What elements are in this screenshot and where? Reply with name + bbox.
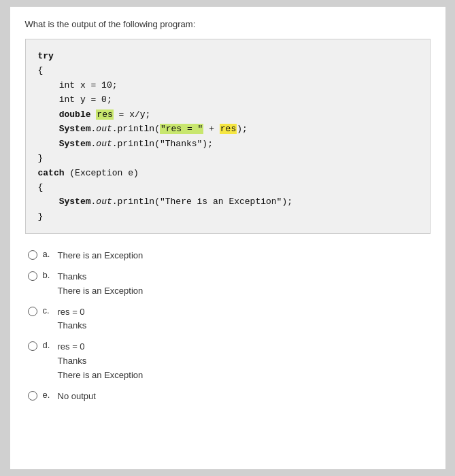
code-line-println-exception: System.out.println("There is an Exceptio… [38, 194, 418, 209]
option-c-line1: res = 0 [58, 305, 87, 320]
system-keyword: System [59, 124, 91, 134]
system-keyword-2: System [59, 139, 91, 149]
code-line-catch: catch (Exception e) [38, 166, 418, 180]
option-label-b: b. [43, 270, 52, 280]
option-label-c: c. [43, 305, 52, 316]
option-label-d: d. [43, 340, 52, 350]
radio-d[interactable] [28, 341, 37, 351]
page-container: What is the output of the following prog… [10, 7, 445, 469]
out-italic: out [96, 124, 112, 134]
code-block: try { int x = 10; int y = 0; double res … [25, 39, 431, 234]
keyword-try: try [38, 51, 54, 61]
code-line-intx: int x = 10; [38, 78, 418, 92]
code-line-close1: } [38, 151, 418, 165]
option-d-line3: There is an Exception [58, 369, 144, 383]
highlight-res-1: res [96, 109, 113, 120]
keyword-catch: catch [38, 168, 65, 178]
question-text: What is the output of the following prog… [25, 19, 431, 29]
option-e-line1: No output [58, 390, 96, 404]
radio-c[interactable] [28, 307, 37, 316]
out-italic-2: out [96, 139, 112, 149]
out-italic-3: out [96, 197, 112, 207]
option-label-e: e. [43, 390, 52, 400]
highlight-res-var: res [220, 124, 237, 134]
option-d-line1: res = 0 [58, 340, 144, 354]
code-line-println-res: System.out.println("res = " + res); [38, 122, 418, 136]
option-row-a: a. There is an Exception [28, 249, 428, 263]
option-content-a: There is an Exception [58, 249, 144, 263]
option-row-d: d. res = 0 Thanks There is an Exception [28, 340, 428, 382]
option-row-e: e. No output [28, 390, 428, 404]
code-line-close2: } [38, 209, 418, 224]
option-row-b: b. Thanks There is an Exception [28, 270, 428, 299]
radio-b[interactable] [28, 271, 37, 281]
option-b-line2: There is an Exception [58, 284, 144, 299]
option-b-line1: Thanks [58, 270, 144, 284]
option-content-d: res = 0 Thanks There is an Exception [58, 340, 144, 382]
option-row-c: c. res = 0 Thanks [28, 305, 428, 334]
option-content-c: res = 0 Thanks [58, 305, 87, 334]
option-content-e: No output [58, 390, 96, 404]
options-area: a. There is an Exception b. Thanks There… [25, 249, 431, 403]
option-d-line2: Thanks [58, 354, 144, 369]
option-c-line2: Thanks [58, 319, 87, 333]
code-line-double: double res = x/y; [38, 107, 418, 122]
code-line-try: try [38, 49, 418, 63]
code-line-open2: { [38, 180, 418, 194]
radio-e[interactable] [28, 391, 37, 401]
code-line-inty: int y = 0; [38, 92, 418, 107]
option-label-a: a. [43, 249, 52, 259]
code-line-open1: { [38, 63, 418, 78]
radio-a[interactable] [28, 250, 37, 260]
code-line-println-thanks: System.out.println("Thanks"); [38, 137, 418, 151]
keyword-double: double [59, 109, 91, 120]
highlight-res-str: "res = " [160, 124, 203, 134]
option-content-b: Thanks There is an Exception [58, 270, 144, 299]
option-a-line1: There is an Exception [58, 249, 144, 263]
system-keyword-3: System [59, 197, 91, 207]
